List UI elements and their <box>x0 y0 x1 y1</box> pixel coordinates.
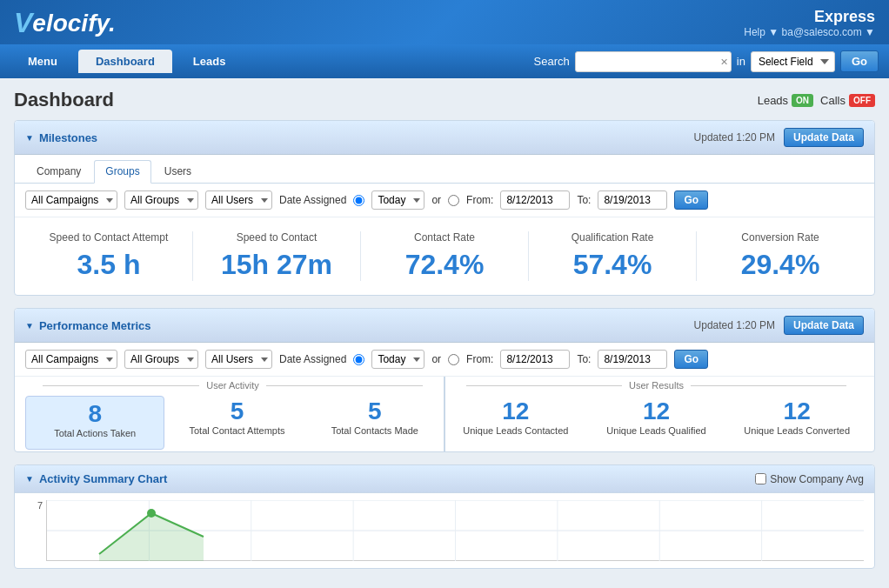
perf-label-5: Unique Leads Converted <box>733 425 860 436</box>
tab-groups[interactable]: Groups <box>94 160 150 184</box>
perf-value-4: 12 <box>593 398 720 425</box>
logo-v: V <box>14 7 32 39</box>
perf-users-filter[interactable]: All Users <box>205 350 272 369</box>
milestones-metrics: Speed to Contact Attempt 3.5 h Speed to … <box>15 217 874 295</box>
dashboard-tab[interactable]: Dashboard <box>78 50 172 73</box>
perf-to-input[interactable] <box>598 350 667 369</box>
tab-users[interactable]: Users <box>153 160 203 183</box>
user-email[interactable]: ba@salesco.com <box>782 26 862 38</box>
perf-value-1: 5 <box>175 398 298 425</box>
perf-group-labels-row: User Activity 8 Total Actions Taken 5 To… <box>22 377 867 451</box>
milestones-to-label: To: <box>577 194 591 206</box>
metric-value-3: 57.4% <box>529 249 696 281</box>
milestones-date-select[interactable]: Today <box>371 190 424 210</box>
perf-label-0: Total Actions Taken <box>33 428 157 438</box>
metric-label-1: Speed to Contact <box>193 231 360 244</box>
perf-metric-leads-contacted: 12 Unique Leads Contacted <box>445 394 586 446</box>
milestones-from-label: From: <box>466 194 493 206</box>
milestones-users-filter[interactable]: All Users <box>205 190 272 210</box>
help-link[interactable]: Help <box>744 26 765 38</box>
milestones-date-label: Date Assigned <box>279 194 346 206</box>
nav-search: Search ✕ in Select Field Go <box>534 50 879 72</box>
metric-conversion-rate: Conversion Rate 29.4% <box>697 231 864 281</box>
user-dropdown-icon[interactable]: ▼ <box>865 26 875 38</box>
perf-value-2: 5 <box>313 398 437 425</box>
user-activity-metrics: 8 Total Actions Taken 5 Total Contact At… <box>22 394 444 451</box>
metric-speed-to-contact: Speed to Contact 15h 27m <box>193 231 361 281</box>
user-results-metrics: 12 Unique Leads Contacted 12 Unique Lead… <box>445 394 867 446</box>
show-avg-label: Show Company Avg <box>770 473 864 485</box>
logo-text: elocify. <box>32 10 115 37</box>
express-label: Express <box>744 8 875 26</box>
chart-title: Activity Summary Chart <box>25 472 167 485</box>
search-input-wrap: ✕ <box>575 51 732 72</box>
show-avg-checkbox[interactable] <box>755 473 766 484</box>
perf-metric-leads-converted: 12 Unique Leads Converted <box>726 394 867 446</box>
milestones-or-label: or <box>431 194 441 206</box>
milestones-header: Milestones Updated 1:20 PM Update Data <box>15 121 874 155</box>
calls-toggle: Calls OFF <box>820 94 875 107</box>
perf-date-select[interactable]: Today <box>371 350 424 369</box>
perf-groups-container: User Activity 8 Total Actions Taken 5 To… <box>15 377 874 451</box>
perf-value-0: 8 <box>33 400 157 428</box>
perf-campaigns-filter[interactable]: All Campaigns <box>25 350 117 369</box>
metric-speed-to-contact-attempt: Speed to Contact Attempt 3.5 h <box>25 231 193 281</box>
calls-status-badge[interactable]: OFF <box>849 94 875 107</box>
milestones-update-btn[interactable]: Update Data <box>784 128 864 147</box>
perf-or-label: or <box>431 353 441 365</box>
page-title: Dashboard <box>14 89 114 111</box>
chart-body: 7 <box>15 493 874 568</box>
chart-header: Activity Summary Chart Show Company Avg <box>15 465 874 493</box>
header-right: Express Help ▼ ba@salesco.com ▼ <box>744 8 875 38</box>
metric-label-0: Speed to Contact Attempt <box>25 231 192 244</box>
metric-label-3: Qualification Rate <box>529 231 696 244</box>
svg-marker-9 <box>99 513 204 561</box>
perf-date-label: Date Assigned <box>279 353 346 365</box>
performance-update-btn[interactable]: Update Data <box>784 316 864 335</box>
milestones-campaigns-filter[interactable]: All Campaigns <box>25 190 117 210</box>
perf-date-radio-range[interactable] <box>448 354 459 365</box>
milestones-from-input[interactable] <box>500 190 570 210</box>
perf-metric-contact-attempts: 5 Total Contact Attempts <box>168 394 305 451</box>
leads-status-badge[interactable]: ON <box>792 94 813 107</box>
clear-search-icon[interactable]: ✕ <box>720 56 728 67</box>
milestones-go-btn[interactable]: Go <box>674 190 708 210</box>
milestones-groups-filter[interactable]: All Groups <box>124 190 198 210</box>
perf-go-btn[interactable]: Go <box>674 350 708 369</box>
milestones-updated: Updated 1:20 PM <box>694 131 775 144</box>
top-header: V elocify. Express Help ▼ ba@salesco.com… <box>0 0 889 44</box>
perf-metric-leads-qualified: 12 Unique Leads Qualified <box>586 394 727 446</box>
perf-metric-contacts-made: 5 Total Contacts Made <box>306 394 444 451</box>
perf-value-5: 12 <box>733 398 860 425</box>
milestones-date-radio-range[interactable] <box>448 195 459 206</box>
perf-date-radio-today[interactable] <box>353 354 364 365</box>
chart-peak-dot <box>147 509 156 518</box>
search-label: Search <box>534 55 570 68</box>
search-go-button[interactable]: Go <box>840 50 879 72</box>
perf-from-input[interactable] <box>500 350 570 369</box>
user-activity-label: User Activity <box>22 377 444 394</box>
performance-section: Performance Metrics Updated 1:20 PM Upda… <box>14 308 875 452</box>
milestones-meta: Updated 1:20 PM Update Data <box>694 128 864 147</box>
menu-tab[interactable]: Menu <box>10 50 75 73</box>
milestones-filters: All Campaigns All Groups All Users Date … <box>15 184 874 217</box>
leads-tab[interactable]: Leads <box>176 50 244 73</box>
perf-label-2: Total Contacts Made <box>313 425 437 436</box>
milestones-tabs: Company Groups Users <box>15 155 874 184</box>
calls-toggle-label: Calls <box>820 94 846 107</box>
milestones-date-radio-today[interactable] <box>353 195 364 206</box>
tab-company[interactable]: Company <box>25 160 92 183</box>
select-field-dropdown[interactable]: Select Field <box>751 51 835 72</box>
milestones-to-input[interactable] <box>598 190 667 210</box>
perf-to-label: To: <box>577 353 591 365</box>
perf-groups-filter[interactable]: All Groups <box>124 350 198 369</box>
user-results-label: User Results <box>445 377 867 394</box>
perf-metric-total-actions: 8 Total Actions Taken <box>25 396 164 450</box>
metric-contact-rate: Contact Rate 72.4% <box>361 231 529 281</box>
chart-content: 7 <box>25 500 864 561</box>
chart-svg-element <box>47 500 864 561</box>
search-input[interactable] <box>575 51 732 72</box>
user-results-group: User Results 12 Unique Leads Contacted 1… <box>445 377 867 451</box>
metric-value-2: 72.4% <box>361 249 528 281</box>
user-activity-group: User Activity 8 Total Actions Taken 5 To… <box>22 377 445 451</box>
